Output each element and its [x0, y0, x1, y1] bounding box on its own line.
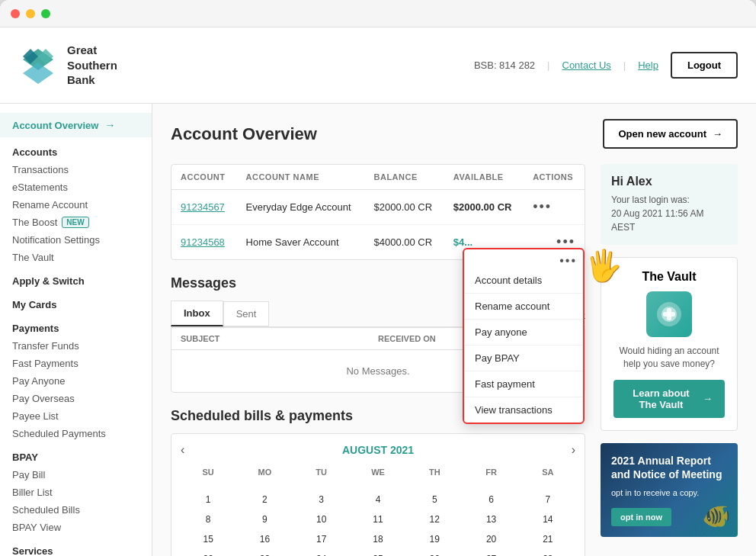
cal-day[interactable]: 11: [351, 510, 405, 529]
col-actions: ACTIONS: [524, 165, 585, 190]
cal-day[interactable]: 22: [181, 550, 235, 556]
cal-day[interactable]: 10: [294, 510, 349, 529]
logo-area: Great Southern Bank: [18, 43, 117, 88]
vault-section: The Vault Would hiding an account help y…: [601, 257, 738, 431]
open-account-button[interactable]: Open new account →: [603, 119, 738, 149]
sidebar-item-pay-overseas[interactable]: Pay Overseas: [0, 390, 152, 407]
day-fr: FR: [463, 464, 518, 480]
titlebar: [0, 0, 756, 27]
sidebar-item-rename-account[interactable]: Rename Account: [0, 196, 152, 214]
sidebar-item-scheduled-payments[interactable]: Scheduled Payments: [0, 425, 152, 442]
account-link-1[interactable]: 91234567: [181, 201, 225, 213]
cal-day[interactable]: 13: [463, 510, 518, 529]
cal-day[interactable]: 1: [181, 490, 235, 509]
maximize-button[interactable]: [41, 9, 50, 18]
sidebar-item-pay-anyone[interactable]: Pay Anyone: [0, 372, 152, 390]
dropdown-item-pay-anyone[interactable]: Pay anyone: [464, 320, 583, 345]
cal-day[interactable]: 15: [181, 530, 235, 548]
last-login-label: Your last login was: 20 Aug 2021 11:56 A…: [611, 193, 727, 234]
cal-day[interactable]: 8: [181, 510, 235, 529]
cal-day[interactable]: 16: [237, 530, 292, 548]
sidebar-item-fast-payments[interactable]: Fast Payments: [0, 355, 152, 372]
sidebar-item-the-vault[interactable]: The Vault: [0, 249, 152, 266]
cal-prev-button[interactable]: ‹: [181, 443, 184, 457]
day-tu: TU: [294, 464, 349, 480]
cal-day[interactable]: 23: [237, 550, 292, 556]
cal-day-headers: SU MO TU WE TH FR SA: [181, 464, 575, 556]
sidebar-item-estatements[interactable]: eStatements: [0, 178, 152, 196]
svg-rect-7: [663, 312, 675, 317]
section-title-accounts: Accounts: [0, 137, 152, 161]
close-button[interactable]: [11, 9, 20, 18]
dropdown-item-rename-account[interactable]: Rename account: [464, 294, 583, 320]
cal-day[interactable]: 3: [294, 490, 349, 509]
tab-sent[interactable]: Sent: [223, 301, 270, 326]
dropdown-item-pay-bpay[interactable]: Pay BPAY: [464, 345, 583, 371]
cal-day[interactable]: 7: [521, 490, 575, 509]
sidebar-section-accounts: Accounts Transactions eStatements Rename…: [0, 137, 152, 266]
sidebar-item-transfer-funds[interactable]: Transfer Funds: [0, 337, 152, 355]
col-available: AVAILABLE: [444, 165, 524, 190]
dots-in-dropdown: •••: [559, 254, 577, 268]
sidebar-section-apply: Apply & Switch: [0, 266, 152, 290]
account-name-2: Home Saver Account: [237, 225, 365, 260]
cal-day[interactable]: 28: [521, 550, 575, 556]
sidebar-item-bpay-view[interactable]: BPAY View: [0, 519, 152, 536]
scheduled-section: Scheduled bills & payments ‹ AUGUST 2021…: [171, 408, 585, 556]
col-balance: BALANCE: [365, 165, 444, 190]
tab-inbox[interactable]: Inbox: [171, 300, 223, 326]
col-account-name: ACCOUNT NAME: [237, 165, 365, 190]
vault-learn-button[interactable]: Learn about The Vault →: [613, 380, 725, 418]
actions-menu-1[interactable]: •••: [533, 199, 552, 214]
sidebar-nav-label: Account Overview: [12, 120, 98, 131]
sidebar-item-payee-list[interactable]: Payee List: [0, 407, 152, 425]
browser-window: Great Southern Bank BSB: 814 282 | Conta…: [0, 0, 756, 556]
accounts-table: ACCOUNT ACCOUNT NAME BALANCE AVAILABLE A…: [171, 164, 585, 260]
account-name-1: Everyday Edge Account: [237, 190, 365, 225]
sidebar-item-the-boost[interactable]: The Boost NEW: [0, 214, 152, 231]
cal-day[interactable]: 20: [463, 530, 518, 548]
day-su: SU: [181, 464, 235, 480]
cal-day[interactable]: 12: [407, 510, 462, 529]
sidebar-item-transactions[interactable]: Transactions: [0, 161, 152, 178]
sidebar-item-biller-list[interactable]: Biller List: [0, 484, 152, 501]
cal-day[interactable]: 2: [237, 490, 292, 509]
promo-opt-in-button[interactable]: opt in now: [611, 508, 671, 526]
cal-day[interactable]: 27: [463, 550, 518, 556]
cal-day: [521, 481, 575, 489]
section-title-apply: Apply & Switch: [0, 266, 152, 290]
cal-day: [351, 481, 405, 489]
header-right: BSB: 814 282 | Contact Us | Help Logout: [474, 52, 738, 79]
sidebar-item-account-overview[interactable]: Account Overview →: [0, 113, 152, 137]
section-title-payments: Payments: [0, 313, 152, 337]
account-link-2[interactable]: 91234568: [181, 236, 225, 248]
minimize-button[interactable]: [26, 9, 35, 18]
sidebar-item-pay-bill[interactable]: Pay Bill: [0, 466, 152, 484]
cal-next-button[interactable]: ›: [572, 443, 575, 457]
cal-day[interactable]: 6: [463, 490, 518, 509]
cal-day[interactable]: 26: [407, 550, 462, 556]
cal-day[interactable]: 24: [294, 550, 349, 556]
contact-us-link[interactable]: Contact Us: [562, 59, 611, 71]
sidebar-section-services: Services Pay ID Personal Details Manage …: [0, 536, 152, 556]
cal-day[interactable]: 5: [407, 490, 462, 509]
cal-day[interactable]: 4: [351, 490, 405, 509]
day-we: WE: [351, 464, 405, 480]
logout-button[interactable]: Logout: [671, 52, 738, 79]
section-title-my-cards: My Cards: [0, 290, 152, 313]
cal-day[interactable]: 17: [294, 530, 349, 548]
help-link[interactable]: Help: [638, 59, 658, 71]
dropdown-item-view-transactions[interactable]: View transactions: [464, 397, 583, 423]
cal-day[interactable]: 18: [351, 530, 405, 548]
cal-day[interactable]: 19: [407, 530, 462, 548]
dropdown-item-account-details[interactable]: Account details: [464, 268, 583, 294]
sidebar-section-bpay: BPAY Pay Bill Biller List Scheduled Bill…: [0, 442, 152, 536]
cal-day[interactable]: 9: [237, 510, 292, 529]
sidebar-item-scheduled-bills[interactable]: Scheduled Bills: [0, 501, 152, 519]
sidebar-item-notification-settings[interactable]: Notification Settings: [0, 231, 152, 249]
cal-day[interactable]: 21: [521, 530, 575, 548]
dropdown-item-fast-payment[interactable]: Fast payment: [464, 371, 583, 397]
cal-day[interactable]: 25: [351, 550, 405, 556]
day-sa: SA: [521, 464, 575, 480]
cal-day[interactable]: 14: [521, 510, 575, 529]
